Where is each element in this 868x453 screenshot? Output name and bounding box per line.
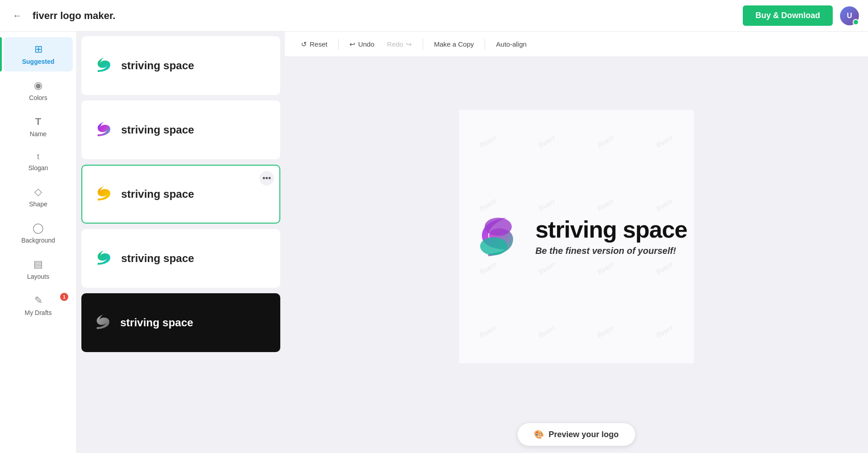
logo-card-1-icon: [91, 52, 115, 80]
buy-download-button[interactable]: Buy & Download: [743, 5, 833, 26]
more-options-button[interactable]: •••: [259, 171, 274, 186]
logo-card-2-icon: [91, 116, 115, 144]
main-logo-display: striving space Be the finest version of …: [466, 206, 687, 267]
main-s-shape: [466, 206, 524, 265]
avatar-online-badge: [853, 19, 859, 25]
sidebar-item-label-suggested: Suggested: [22, 58, 55, 65]
make-copy-button[interactable]: Make a Copy: [429, 38, 479, 51]
logo-card-5-text: striving space: [120, 316, 193, 329]
sidebar-item-layouts[interactable]: ▤ Layouts: [4, 252, 73, 286]
logo-card-3[interactable]: ••• striving space: [81, 165, 280, 224]
watermark-cell: fiverr: [623, 289, 694, 363]
s-shape-gold: [91, 181, 115, 204]
sidebar: ⊞ Suggested ◉ Colors T Name t Slogan ◇ S…: [0, 32, 77, 453]
canvas-area: ↺ Reset ↩ Undo Redo ↪ Make a Copy: [285, 32, 868, 453]
suggested-icon: ⊞: [34, 43, 42, 55]
watermark-cell: fiverr: [506, 110, 589, 184]
reset-icon: ↺: [301, 40, 307, 48]
toolbar-divider-2: [423, 39, 423, 50]
watermark-cell: fiverr: [506, 289, 589, 363]
back-icon: ←: [13, 10, 22, 21]
auto-align-label: Auto-align: [496, 40, 527, 48]
sidebar-item-slogan[interactable]: t Slogan: [4, 146, 73, 178]
avatar-initials: U: [847, 12, 852, 20]
redo-button[interactable]: Redo ↪: [382, 38, 417, 51]
watermark-cell: fiverr: [459, 110, 529, 184]
my-drafts-icon: ✎: [34, 295, 42, 306]
reset-label: Reset: [310, 40, 327, 48]
preview-label: Preview your logo: [548, 430, 618, 439]
main-logo-icon: [466, 206, 524, 267]
colors-icon: ◉: [34, 80, 42, 91]
toolbar-group-reset: ↺ Reset: [296, 38, 333, 51]
shape-icon: ◇: [34, 186, 42, 198]
sidebar-item-my-drafts[interactable]: ✎ My Drafts 1: [4, 288, 73, 323]
sidebar-item-name[interactable]: T Name: [4, 110, 73, 144]
s-shape-green: [91, 52, 115, 76]
svg-point-1: [480, 237, 507, 255]
main-logo-slogan: Be the finest version of yourself!: [535, 246, 687, 256]
auto-align-button[interactable]: Auto-align: [491, 38, 532, 51]
sidebar-item-label-layouts: Layouts: [27, 273, 49, 280]
layouts-icon: ▤: [33, 258, 43, 270]
logo-card-1-name: striving space: [121, 59, 194, 72]
main-layout: ⊞ Suggested ◉ Colors T Name t Slogan ◇ S…: [0, 32, 868, 453]
make-copy-label: Make a Copy: [434, 40, 474, 48]
draft-count-badge: 1: [60, 293, 68, 301]
s-shape-purple: [91, 116, 115, 140]
preview-button[interactable]: 🎨 Preview your logo: [518, 423, 635, 446]
sidebar-item-label-slogan: Slogan: [28, 164, 48, 172]
sidebar-item-label-background: Background: [21, 237, 55, 244]
s-shape-dark: [90, 309, 114, 333]
logo-card-4-icon: [91, 245, 115, 272]
redo-icon: ↪: [406, 40, 412, 48]
avatar[interactable]: U: [840, 6, 859, 25]
editor-toolbar: ↺ Reset ↩ Undo Redo ↪ Make a Copy: [285, 32, 868, 57]
sidebar-item-background[interactable]: ◯ Background: [4, 216, 73, 250]
logo-card-5[interactable]: striving space: [81, 293, 280, 352]
sidebar-item-colors[interactable]: ◉ Colors: [4, 73, 73, 108]
logo-card-2-text: striving space: [121, 124, 194, 136]
header: ← fiverr logo maker. Buy & Download U: [0, 0, 868, 32]
s-shape-teal: [91, 245, 115, 268]
slogan-icon: t: [37, 152, 39, 162]
watermark-cell: fiverr: [623, 110, 694, 184]
reset-button[interactable]: ↺ Reset: [296, 38, 333, 51]
logo-card-3-name: striving space: [121, 188, 194, 200]
background-icon: ◯: [33, 222, 44, 234]
logo-card-5-icon: [90, 309, 114, 337]
canvas-frame: fiverr fiverr fiverr fiverr fiverr fiver…: [459, 110, 694, 363]
logo-card-1[interactable]: striving space: [81, 36, 280, 95]
sidebar-item-label-colors: Colors: [29, 94, 47, 101]
toolbar-divider-1: [338, 39, 339, 50]
logo-card-4-name: striving space: [121, 252, 194, 265]
back-button[interactable]: ←: [9, 8, 25, 24]
watermark-cell: fiverr: [565, 289, 647, 363]
logo-card-2[interactable]: striving space: [81, 100, 280, 159]
undo-button[interactable]: ↩ Undo: [344, 38, 380, 51]
sidebar-item-label-shape: Shape: [29, 200, 47, 208]
main-logo-texts: striving space Be the finest version of …: [535, 217, 687, 256]
preview-bar: 🎨 Preview your logo: [285, 416, 868, 453]
more-options-icon: •••: [263, 174, 271, 183]
logo-card-3-icon: [91, 181, 115, 208]
toolbar-group-undo-redo: ↩ Undo Redo ↪: [344, 38, 417, 51]
logo-card-1-text: striving space: [121, 59, 194, 72]
sidebar-item-label-name: Name: [30, 130, 47, 138]
sidebar-item-suggested[interactable]: ⊞ Suggested: [4, 37, 73, 72]
logo-card-4[interactable]: striving space: [81, 229, 280, 288]
watermark-cell: fiverr: [459, 289, 529, 363]
undo-icon: ↩: [349, 40, 355, 48]
preview-icon: 🎨: [534, 429, 544, 439]
logo-card-3-text: striving space: [121, 188, 194, 200]
main-logo-brand-name: striving space: [535, 217, 687, 243]
logo-card-4-text: striving space: [121, 252, 194, 265]
logo-card-2-name: striving space: [121, 124, 194, 136]
canvas-wrapper: fiverr fiverr fiverr fiverr fiverr fiver…: [285, 57, 868, 416]
toolbar-divider-3: [485, 39, 485, 50]
name-icon: T: [35, 116, 41, 128]
sidebar-item-shape[interactable]: ◇ Shape: [4, 180, 73, 214]
undo-label: Undo: [358, 40, 374, 48]
sidebar-item-label-my-drafts: My Drafts: [25, 309, 52, 316]
redo-label: Redo: [387, 40, 403, 48]
